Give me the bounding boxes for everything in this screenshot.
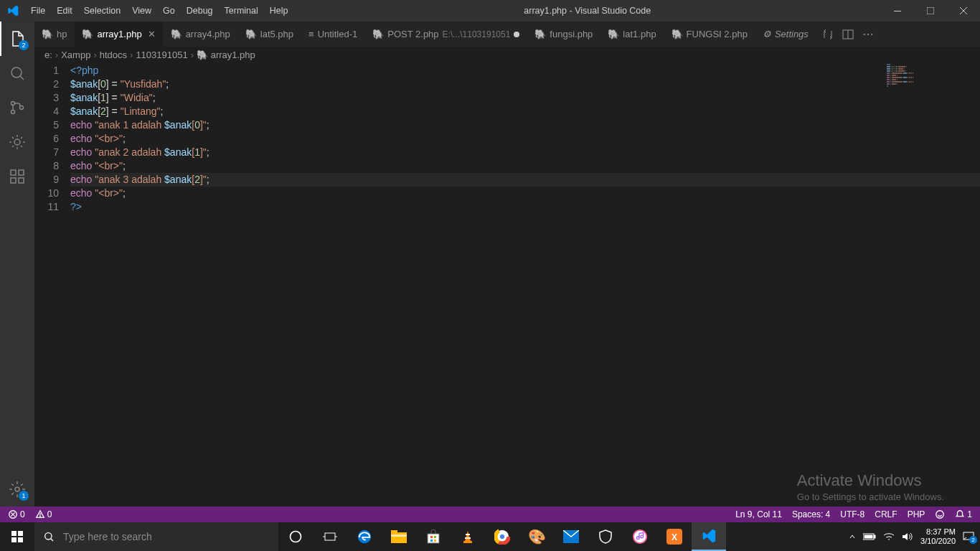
vlc-icon[interactable]	[451, 522, 485, 551]
tray-volume-icon[interactable]	[902, 532, 913, 542]
code-line[interactable]: echo "<br>";	[70, 187, 980, 200]
start-button[interactable]	[0, 522, 34, 551]
more-icon[interactable]: ⋯	[862, 27, 874, 41]
security-icon[interactable]	[588, 522, 623, 551]
source-control-icon[interactable]	[0, 90, 34, 125]
cortana-icon[interactable]	[278, 522, 313, 551]
code-line[interactable]: echo "<br>";	[70, 132, 980, 146]
code-line[interactable]: echo "anak 1 adalah $anak[0]";	[70, 118, 980, 132]
search-icon[interactable]	[0, 56, 34, 90]
taskbar-search[interactable]: Type here to search	[34, 522, 278, 551]
tab-settings[interactable]: ⚙Settings	[755, 22, 816, 47]
taskbar-clock[interactable]: 8:37 PM 3/10/2020	[920, 527, 956, 546]
tab-post2php[interactable]: 🐘POST 2.php E:\...\1103191051	[365, 22, 527, 47]
mail-icon[interactable]	[554, 522, 588, 551]
status-encoding[interactable]: UTF-8	[838, 509, 867, 519]
status-feedback[interactable]	[933, 509, 947, 519]
minimap[interactable]	[884, 62, 970, 507]
explorer-icon[interactable]: 2	[0, 22, 34, 56]
menu-selection[interactable]: Selection	[78, 0, 126, 22]
svg-point-22	[936, 511, 944, 519]
tray-wifi-icon[interactable]	[883, 532, 895, 541]
code-line[interactable]: $anak[2] = "Lintang";	[70, 105, 980, 118]
tab-lat5php[interactable]: 🐘lat5.php	[238, 22, 301, 47]
svg-rect-23	[11, 531, 17, 536]
status-eol[interactable]: CRLF	[872, 509, 899, 519]
vscode-app-icon[interactable]	[692, 522, 726, 551]
menu-edit[interactable]: Edit	[51, 0, 78, 22]
svg-rect-37	[428, 534, 439, 543]
code-line[interactable]: $anak[1] = "Widia";	[70, 91, 980, 105]
code-line[interactable]: echo "<br>";	[70, 159, 980, 173]
svg-rect-1	[927, 7, 934, 14]
tab-fungsiphp[interactable]: 🐘fungsi.php	[527, 22, 600, 47]
compare-icon[interactable]	[822, 29, 834, 40]
status-errors[interactable]: 0	[6, 509, 27, 519]
tab-untitled1[interactable]: ≡Untitled-1	[301, 22, 365, 47]
svg-rect-13	[19, 170, 24, 175]
status-warnings[interactable]: 0	[33, 509, 55, 519]
taskview-icon[interactable]	[313, 522, 347, 551]
status-language[interactable]: PHP	[905, 509, 928, 519]
menu-go[interactable]: Go	[157, 0, 181, 22]
status-spaces[interactable]: Spaces: 4	[790, 509, 832, 519]
minimize-button[interactable]	[881, 0, 914, 22]
code-line[interactable]: ?>	[70, 200, 980, 214]
chrome-icon[interactable]	[485, 522, 519, 551]
svg-point-7	[11, 110, 15, 114]
svg-rect-34	[391, 532, 407, 543]
xampp-icon[interactable]: X	[657, 522, 692, 551]
menu-view[interactable]: View	[126, 0, 157, 22]
code-line[interactable]: echo "anak 3 adalah $anak[2]";	[70, 173, 980, 187]
breadcrumb[interactable]: e:›Xampp›htdocs›1103191051›🐘 array1.php	[34, 47, 980, 62]
svg-line-5	[20, 76, 24, 80]
code-line[interactable]: echo "anak 2 adalah $anak[1]";	[70, 146, 980, 159]
tab-array4php[interactable]: 🐘array4.php	[164, 22, 238, 47]
maximize-button[interactable]	[914, 0, 947, 22]
code-line[interactable]: $anak[0] = "Yusfidah";	[70, 77, 980, 91]
split-icon[interactable]	[842, 29, 854, 40]
tab-fungsi2php[interactable]: 🐘FUNGSI 2.php	[664, 22, 755, 47]
tabs-bar: 🐘hp🐘array1.php ✕🐘array4.php🐘lat5.php≡Unt…	[34, 22, 816, 47]
breadcrumb-item[interactable]: htdocs	[100, 50, 127, 60]
status-cursor[interactable]: Ln 9, Col 11	[733, 509, 784, 519]
status-notifications[interactable]: 1	[953, 509, 974, 519]
settings-gear-icon[interactable]: 1	[0, 472, 34, 507]
close-tab-icon[interactable]: ✕	[148, 29, 156, 39]
php-icon: 🐘	[42, 29, 53, 39]
menu-terminal[interactable]: Terminal	[219, 0, 264, 22]
code-editor[interactable]: 1234567891011 <?php$anak[0] = "Yusfidah"…	[34, 62, 980, 507]
code-content[interactable]: <?php$anak[0] = "Yusfidah";$anak[1] = "W…	[70, 62, 980, 507]
breadcrumb-item[interactable]: e:	[44, 50, 52, 60]
debug-icon[interactable]	[0, 125, 34, 159]
edge-icon[interactable]	[347, 522, 382, 551]
menu-file[interactable]: File	[25, 0, 51, 22]
tray-notifications-icon[interactable]: 2	[963, 531, 974, 542]
itunes-icon[interactable]	[623, 522, 657, 551]
close-button[interactable]	[947, 0, 980, 22]
tab-lat1php[interactable]: 🐘lat1.php	[600, 22, 664, 47]
tab-array1php[interactable]: 🐘array1.php ✕	[75, 22, 163, 47]
svg-rect-26	[18, 537, 23, 542]
code-line[interactable]: <?php	[70, 64, 980, 77]
scrollbar[interactable]	[970, 62, 980, 507]
menu-debug[interactable]: Debug	[181, 0, 219, 22]
svg-point-21	[39, 516, 40, 517]
paint-icon[interactable]: 🎨	[519, 522, 554, 551]
explorer-app-icon[interactable]	[382, 522, 416, 551]
line-numbers: 1234567891011	[34, 62, 70, 507]
extensions-icon[interactable]	[0, 159, 34, 194]
tray-battery-icon[interactable]	[863, 533, 876, 540]
status-bar: 0 0 Ln 9, Col 11 Spaces: 4 UTF-8 CRLF PH…	[0, 507, 980, 522]
dirty-dot-icon	[514, 32, 519, 37]
menu-help[interactable]: Help	[264, 0, 294, 22]
breadcrumb-item[interactable]: Xampp	[61, 50, 90, 60]
svg-rect-36	[391, 534, 407, 537]
tray-chevron-icon[interactable]	[849, 533, 856, 540]
svg-point-9	[14, 139, 20, 145]
tab-hp[interactable]: 🐘hp	[34, 22, 75, 47]
breadcrumb-item[interactable]: 1103191051	[136, 50, 187, 60]
store-icon[interactable]	[416, 522, 451, 551]
menu-bar: FileEditSelectionViewGoDebugTerminalHelp	[25, 0, 294, 22]
breadcrumb-item[interactable]: 🐘 array1.php	[197, 50, 255, 60]
